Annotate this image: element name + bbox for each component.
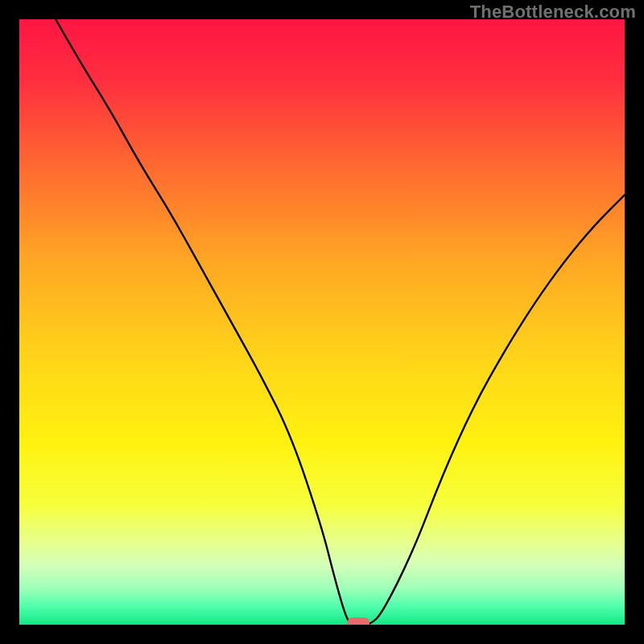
- optimal-marker: [347, 617, 369, 625]
- bottleneck-chart: [19, 19, 625, 625]
- chart-frame: TheBottleneck.com: [0, 0, 644, 644]
- plot-area: [19, 19, 625, 625]
- watermark-text: TheBottleneck.com: [470, 2, 636, 23]
